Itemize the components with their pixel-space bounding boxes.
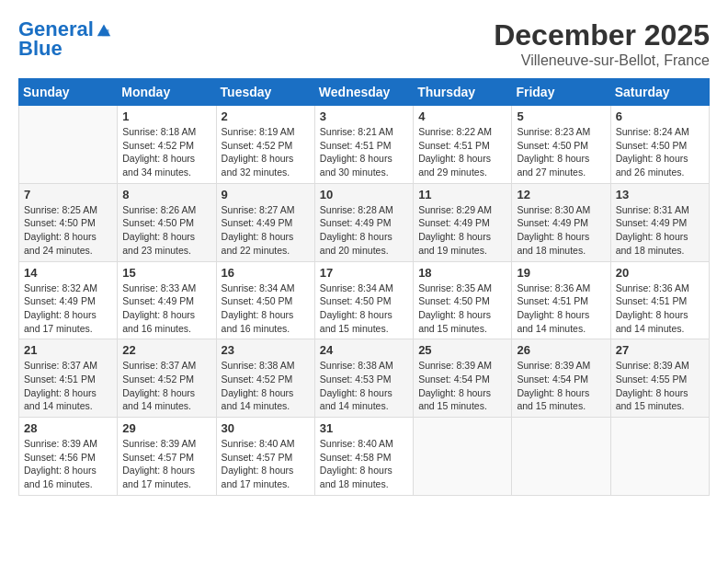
logo-blue: Blue xyxy=(18,39,112,59)
cell-info: Sunrise: 8:25 AMSunset: 4:50 PMDaylight:… xyxy=(24,203,112,258)
calendar-cell: 10Sunrise: 8:28 AMSunset: 4:49 PMDayligh… xyxy=(314,183,413,261)
cell-info: Sunrise: 8:19 AMSunset: 4:52 PMDaylight:… xyxy=(222,125,310,179)
day-number: 9 xyxy=(222,188,310,201)
cell-info: Sunrise: 8:39 AMSunset: 4:56 PMDaylight:… xyxy=(24,437,112,491)
cell-info: Sunrise: 8:32 AMSunset: 4:49 PMDaylight:… xyxy=(24,282,112,336)
cell-info: Sunrise: 8:35 AMSunset: 4:50 PMDaylight:… xyxy=(418,282,506,336)
cell-info: Sunrise: 8:38 AMSunset: 4:52 PMDaylight:… xyxy=(222,359,310,413)
week-row-1: 1Sunrise: 8:18 AMSunset: 4:52 PMDaylight… xyxy=(19,106,710,184)
cell-info: Sunrise: 8:33 AMSunset: 4:49 PMDaylight:… xyxy=(122,282,210,336)
day-number: 18 xyxy=(418,266,506,280)
calendar-cell: 21Sunrise: 8:37 AMSunset: 4:51 PMDayligh… xyxy=(19,339,118,418)
day-number: 15 xyxy=(122,266,210,280)
calendar-cell: 29Sunrise: 8:39 AMSunset: 4:57 PMDayligh… xyxy=(118,418,216,496)
weekday-header-saturday: Saturday xyxy=(610,79,709,106)
location: Villeneuve-sur-Bellot, France xyxy=(494,52,710,69)
day-number: 30 xyxy=(222,421,310,435)
calendar-cell: 9Sunrise: 8:27 AMSunset: 4:49 PMDaylight… xyxy=(216,183,314,261)
weekday-header-thursday: Thursday xyxy=(414,79,512,106)
calendar-cell: 12Sunrise: 8:30 AMSunset: 4:49 PMDayligh… xyxy=(512,183,610,261)
cell-info: Sunrise: 8:38 AMSunset: 4:53 PMDaylight:… xyxy=(320,359,408,413)
day-number: 25 xyxy=(418,343,506,357)
calendar-cell: 28Sunrise: 8:39 AMSunset: 4:56 PMDayligh… xyxy=(19,418,118,496)
weekday-header-friday: Friday xyxy=(512,79,610,106)
day-number: 14 xyxy=(24,266,112,280)
day-number: 27 xyxy=(616,343,704,357)
calendar-cell: 2Sunrise: 8:19 AMSunset: 4:52 PMDaylight… xyxy=(216,106,314,184)
day-number: 2 xyxy=(222,109,310,123)
calendar-cell xyxy=(19,106,118,184)
header: General Blue December 2025 Villeneuve-su… xyxy=(18,18,710,69)
calendar-cell: 7Sunrise: 8:25 AMSunset: 4:50 PMDaylight… xyxy=(19,183,118,261)
cell-info: Sunrise: 8:30 AMSunset: 4:49 PMDaylight:… xyxy=(517,203,605,258)
day-number: 4 xyxy=(418,109,506,123)
calendar-cell: 31Sunrise: 8:40 AMSunset: 4:58 PMDayligh… xyxy=(314,418,413,496)
day-number: 13 xyxy=(616,188,704,201)
day-number: 19 xyxy=(517,266,605,280)
calendar-cell: 8Sunrise: 8:26 AMSunset: 4:50 PMDaylight… xyxy=(118,183,216,261)
week-row-5: 28Sunrise: 8:39 AMSunset: 4:56 PMDayligh… xyxy=(19,418,710,496)
week-row-4: 21Sunrise: 8:37 AMSunset: 4:51 PMDayligh… xyxy=(19,339,710,418)
weekday-header-monday: Monday xyxy=(118,79,216,106)
calendar-cell xyxy=(512,418,610,496)
calendar-cell: 5Sunrise: 8:23 AMSunset: 4:50 PMDaylight… xyxy=(512,106,610,184)
day-number: 1 xyxy=(122,109,210,123)
calendar-cell: 11Sunrise: 8:29 AMSunset: 4:49 PMDayligh… xyxy=(414,183,512,261)
day-number: 20 xyxy=(616,266,704,280)
day-number: 17 xyxy=(320,266,408,280)
calendar-cell: 30Sunrise: 8:40 AMSunset: 4:57 PMDayligh… xyxy=(216,418,314,496)
cell-info: Sunrise: 8:28 AMSunset: 4:49 PMDaylight:… xyxy=(320,203,408,258)
calendar-cell: 3Sunrise: 8:21 AMSunset: 4:51 PMDaylight… xyxy=(314,106,413,184)
cell-info: Sunrise: 8:36 AMSunset: 4:51 PMDaylight:… xyxy=(517,282,605,336)
calendar: SundayMondayTuesdayWednesdayThursdayFrid… xyxy=(18,78,710,496)
calendar-cell: 15Sunrise: 8:33 AMSunset: 4:49 PMDayligh… xyxy=(118,261,216,339)
calendar-cell: 18Sunrise: 8:35 AMSunset: 4:50 PMDayligh… xyxy=(414,261,512,339)
cell-info: Sunrise: 8:26 AMSunset: 4:50 PMDaylight:… xyxy=(122,203,210,258)
calendar-cell xyxy=(414,418,512,496)
week-row-2: 7Sunrise: 8:25 AMSunset: 4:50 PMDaylight… xyxy=(19,183,710,261)
day-number: 8 xyxy=(122,188,210,201)
month-title: December 2025 xyxy=(494,18,710,52)
cell-info: Sunrise: 8:39 AMSunset: 4:54 PMDaylight:… xyxy=(418,359,506,413)
day-number: 31 xyxy=(320,421,408,435)
cell-info: Sunrise: 8:27 AMSunset: 4:49 PMDaylight:… xyxy=(222,203,310,258)
cell-info: Sunrise: 8:39 AMSunset: 4:54 PMDaylight:… xyxy=(517,359,605,413)
day-number: 10 xyxy=(320,188,408,201)
day-number: 22 xyxy=(122,343,210,357)
cell-info: Sunrise: 8:24 AMSunset: 4:50 PMDaylight:… xyxy=(616,125,704,179)
day-number: 28 xyxy=(24,421,112,435)
day-number: 16 xyxy=(222,266,310,280)
calendar-cell: 24Sunrise: 8:38 AMSunset: 4:53 PMDayligh… xyxy=(314,339,413,418)
weekday-header-wednesday: Wednesday xyxy=(314,79,413,106)
day-number: 11 xyxy=(418,188,506,201)
day-number: 29 xyxy=(122,421,210,435)
calendar-cell: 16Sunrise: 8:34 AMSunset: 4:50 PMDayligh… xyxy=(216,261,314,339)
day-number: 21 xyxy=(24,343,112,357)
cell-info: Sunrise: 8:39 AMSunset: 4:57 PMDaylight:… xyxy=(122,437,210,491)
title-area: December 2025 Villeneuve-sur-Bellot, Fra… xyxy=(494,18,710,69)
calendar-cell: 23Sunrise: 8:38 AMSunset: 4:52 PMDayligh… xyxy=(216,339,314,418)
day-number: 24 xyxy=(320,343,408,357)
calendar-cell: 20Sunrise: 8:36 AMSunset: 4:51 PMDayligh… xyxy=(610,261,709,339)
cell-info: Sunrise: 8:40 AMSunset: 4:57 PMDaylight:… xyxy=(222,437,310,491)
day-number: 5 xyxy=(517,109,605,123)
cell-info: Sunrise: 8:21 AMSunset: 4:51 PMDaylight:… xyxy=(320,125,408,179)
calendar-cell: 14Sunrise: 8:32 AMSunset: 4:49 PMDayligh… xyxy=(19,261,118,339)
day-number: 12 xyxy=(517,188,605,201)
cell-info: Sunrise: 8:34 AMSunset: 4:50 PMDaylight:… xyxy=(320,282,408,336)
calendar-cell: 4Sunrise: 8:22 AMSunset: 4:51 PMDaylight… xyxy=(414,106,512,184)
calendar-cell xyxy=(610,418,709,496)
cell-info: Sunrise: 8:39 AMSunset: 4:55 PMDaylight:… xyxy=(616,359,704,413)
cell-info: Sunrise: 8:36 AMSunset: 4:51 PMDaylight:… xyxy=(616,282,704,336)
cell-info: Sunrise: 8:37 AMSunset: 4:52 PMDaylight:… xyxy=(122,359,210,413)
logo-icon xyxy=(96,21,112,38)
day-number: 7 xyxy=(24,188,112,201)
cell-info: Sunrise: 8:29 AMSunset: 4:49 PMDaylight:… xyxy=(418,203,506,258)
cell-info: Sunrise: 8:18 AMSunset: 4:52 PMDaylight:… xyxy=(122,125,210,179)
calendar-cell: 1Sunrise: 8:18 AMSunset: 4:52 PMDaylight… xyxy=(118,106,216,184)
calendar-cell: 6Sunrise: 8:24 AMSunset: 4:50 PMDaylight… xyxy=(610,106,709,184)
cell-info: Sunrise: 8:31 AMSunset: 4:49 PMDaylight:… xyxy=(616,203,704,258)
logo: General Blue xyxy=(18,18,112,59)
cell-info: Sunrise: 8:22 AMSunset: 4:51 PMDaylight:… xyxy=(418,125,506,179)
day-number: 3 xyxy=(320,109,408,123)
